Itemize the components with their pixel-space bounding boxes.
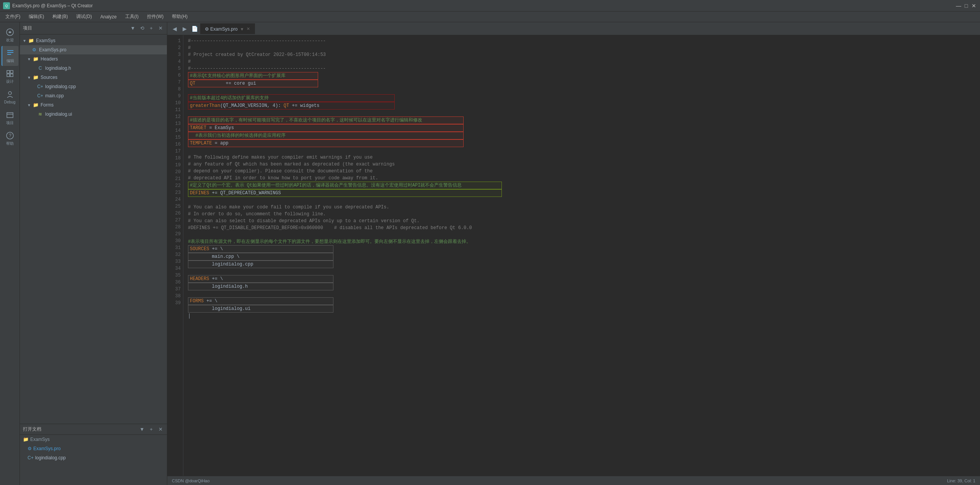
ui-file-icon: ≋ <box>37 111 44 118</box>
titlebar: Q ExamSys.pro @ ExamSys – Qt Creator — □… <box>0 0 980 11</box>
open-files-project-label: 📁ExamSys <box>20 435 167 444</box>
main-layout: 欢迎 编辑 设计 Debug 项目 ? <box>0 22 980 485</box>
open-files-filter-icon[interactable]: ▼ <box>139 426 145 433</box>
editor-toolbar: ◀ ▶ 📄 ⚙ ExamSys.pro ▼ ✕ <box>167 22 980 35</box>
project-panel-header: 项目 ▼ ⟲ + ✕ <box>20 22 167 34</box>
svg-text:?: ? <box>9 133 11 138</box>
maximize-button[interactable]: □ <box>963 3 969 9</box>
edit-icon <box>6 49 15 57</box>
svg-point-8 <box>8 92 11 95</box>
add-panel-icon[interactable]: + <box>148 25 155 32</box>
cpp-file-icon-2: C+ <box>37 92 44 99</box>
tree-label-forms: Forms <box>41 102 54 108</box>
open-files-title: 打开文档 <box>23 426 136 433</box>
welcome-icon <box>6 28 14 36</box>
sidebar-icons: 欢迎 编辑 设计 Debug 项目 ? <box>0 22 20 485</box>
tree-toggle-headers[interactable]: ▼ <box>26 56 32 62</box>
tree-item-examsys-pro[interactable]: ⚙ ExamSys.pro <box>20 45 167 54</box>
forms-folder-icon: 📁 <box>32 102 39 108</box>
tree-item-examsys[interactable]: ▼ 📁 ExamSys <box>20 36 167 45</box>
open-files-add-icon[interactable]: + <box>148 426 155 433</box>
tree-item-sources[interactable]: ▼ 📁 Sources <box>20 73 167 82</box>
open-files-close-icon[interactable]: ✕ <box>157 426 164 433</box>
menu-debug[interactable]: 调试(D) <box>72 12 96 21</box>
tree-item-forms[interactable]: ▼ 📁 Forms <box>20 100 167 110</box>
sync-icon[interactable]: ⟲ <box>139 25 145 32</box>
tree-toggle-forms[interactable]: ▼ <box>26 102 32 108</box>
code-editor[interactable]: 12345 678910 1112131415 1617181920 21222… <box>167 35 980 476</box>
app-logo: Q <box>3 2 10 9</box>
menu-analyze[interactable]: Analyze <box>96 13 121 21</box>
file-icon-toolbar[interactable]: 📄 <box>190 25 199 33</box>
sidebar-project-label: 项目 <box>6 120 14 126</box>
titlebar-left: Q ExamSys.pro @ ExamSys – Qt Creator <box>3 2 93 9</box>
sources-folder-icon: 📁 <box>32 74 39 81</box>
back-button[interactable]: ◀ <box>170 25 179 33</box>
tree-item-main-cpp[interactable]: C+ main.cpp <box>20 91 167 100</box>
tree-item-logindialog-cpp[interactable]: C+ logindialog.cpp <box>20 82 167 91</box>
tree-toggle-sources[interactable]: ▼ <box>26 74 32 80</box>
status-left: CSDN @doarQiHao <box>172 478 210 483</box>
sidebar-help-label: 帮助 <box>6 141 14 146</box>
tree-label-main-cpp: main.cpp <box>45 93 64 98</box>
menu-build[interactable]: 构建(B) <box>49 12 72 21</box>
tree-item-headers[interactable]: ▼ 📁 Headers <box>20 54 167 64</box>
status-right: Line: 39, Col: 1 <box>947 478 975 483</box>
svg-rect-3 <box>7 54 11 55</box>
status-bar: CSDN @doarQiHao Line: 39, Col: 1 <box>167 476 980 485</box>
h-file-icon: C <box>37 65 44 72</box>
tree-label-logindialog-h: logindialog.h <box>45 66 71 71</box>
headers-folder-icon: 📁 <box>32 56 39 62</box>
project-panel: 项目 ▼ ⟲ + ✕ ▼ 📁 ExamSys ⚙ ExamSys.pro ▼ 📁… <box>20 22 167 485</box>
tree-item-logindialog-ui[interactable]: ≋ logindialog.ui <box>20 110 167 119</box>
open-file-logindialog-cpp[interactable]: C+logindialog.cpp <box>20 453 167 462</box>
tree-item-logindialog-h[interactable]: C logindialog.h <box>20 64 167 73</box>
line-numbers: 12345 678910 1112131415 1617181920 21222… <box>167 35 183 476</box>
sidebar-item-welcome[interactable]: 欢迎 <box>2 25 18 45</box>
menu-file[interactable]: 文件(F) <box>2 12 24 21</box>
minimize-button[interactable]: — <box>956 3 962 9</box>
tree-label-examsys: ExamSys <box>36 38 56 43</box>
sidebar-debug-label: Debug <box>4 100 15 104</box>
project-icon <box>6 111 14 119</box>
editor-area: ◀ ▶ 📄 ⚙ ExamSys.pro ▼ ✕ 12345 678910 111… <box>167 22 980 485</box>
project-panel-title: 项目 <box>23 25 127 31</box>
debug-icon <box>6 90 14 99</box>
forward-button[interactable]: ▶ <box>180 25 189 33</box>
tree-toggle-examsys[interactable]: ▼ <box>21 38 28 44</box>
svg-rect-6 <box>7 74 10 77</box>
tab-examsys-pro[interactable]: ⚙ ExamSys.pro ▼ ✕ <box>200 23 255 34</box>
menu-controls[interactable]: 控件(W) <box>143 12 167 21</box>
svg-rect-4 <box>7 70 10 73</box>
open-file-examsys-pro[interactable]: ⚙ExamSys.pro <box>20 444 167 453</box>
sidebar-item-help[interactable]: ? 帮助 <box>2 129 18 149</box>
close-panel-icon[interactable]: ✕ <box>157 25 164 32</box>
tab-x-examsys-pro[interactable]: ✕ <box>247 26 250 31</box>
project-tree: ▼ 📁 ExamSys ⚙ ExamSys.pro ▼ 📁 Headers C … <box>20 34 167 424</box>
tree-label-examsys-pro: ExamSys.pro <box>39 47 66 52</box>
tree-label-logindialog-cpp: logindialog.cpp <box>45 84 76 89</box>
sidebar-item-debug[interactable]: Debug <box>2 87 18 107</box>
sidebar-design-label: 设计 <box>6 79 14 84</box>
code-content[interactable]: #---------------------------------------… <box>183 35 980 476</box>
close-button[interactable]: ✕ <box>971 3 977 9</box>
menu-help[interactable]: 帮助(H) <box>168 12 191 21</box>
tree-label-logindialog-ui: logindialog.ui <box>45 111 72 117</box>
sidebar-item-edit[interactable]: 编辑 <box>2 46 18 66</box>
titlebar-controls[interactable]: — □ ✕ <box>956 3 977 9</box>
sidebar-welcome-label: 欢迎 <box>6 38 14 43</box>
menu-edit[interactable]: 编辑(E) <box>25 12 48 21</box>
svg-rect-7 <box>10 74 13 77</box>
tab-close-examsys-pro[interactable]: ▼ <box>240 27 244 31</box>
svg-rect-5 <box>10 70 13 73</box>
sidebar-item-design[interactable]: 设计 <box>2 67 18 87</box>
folder-icon: 📁 <box>28 37 34 44</box>
tree-label-sources: Sources <box>41 75 57 80</box>
filter-icon[interactable]: ▼ <box>129 25 136 32</box>
open-files-header: 打开文档 ▼ + ✕ <box>20 424 167 435</box>
sidebar-item-project[interactable]: 项目 <box>2 108 18 128</box>
tree-label-headers: Headers <box>41 56 58 62</box>
menu-tools[interactable]: 工具(I) <box>121 12 142 21</box>
pro-file-icon: ⚙ <box>31 46 38 53</box>
titlebar-title: ExamSys.pro @ ExamSys – Qt Creator <box>12 3 93 8</box>
